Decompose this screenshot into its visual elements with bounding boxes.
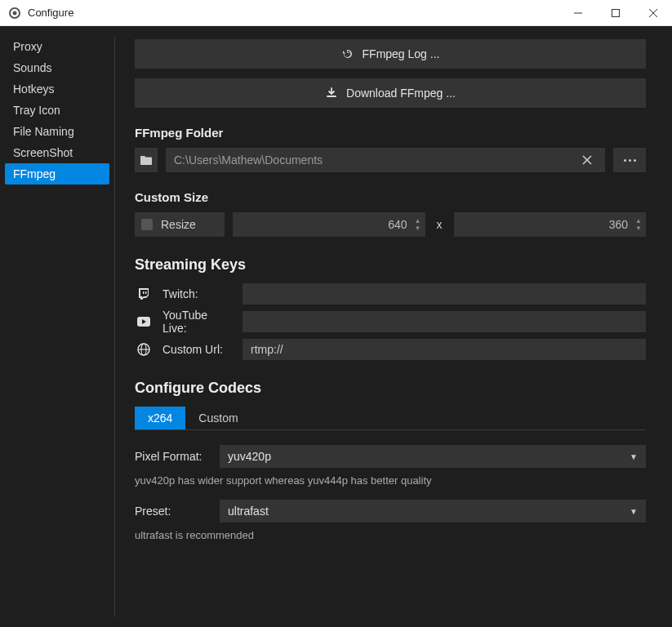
tab-x264[interactable]: x264 bbox=[135, 407, 185, 429]
width-down[interactable]: ▼ bbox=[414, 225, 422, 232]
codec-tabs: x264 Custom bbox=[135, 407, 646, 430]
download-icon bbox=[325, 87, 338, 100]
custom-url-input[interactable] bbox=[243, 339, 646, 360]
youtube-label: YouTube Live: bbox=[162, 309, 233, 335]
svg-point-1 bbox=[13, 11, 17, 15]
folder-path-text: C:\Users\Mathew\Documents bbox=[174, 153, 323, 167]
pixel-format-value: yuv420p bbox=[228, 450, 271, 463]
svg-rect-3 bbox=[612, 9, 620, 16]
minimize-button[interactable] bbox=[559, 0, 597, 25]
tab-custom[interactable]: Custom bbox=[185, 407, 251, 429]
folder-path-input[interactable]: C:\Users\Mathew\Documents bbox=[166, 148, 605, 172]
content: FFmpeg Log ... Download FFmpeg ... FFmpe… bbox=[115, 26, 672, 627]
width-input[interactable]: 640 ▲ ▼ bbox=[233, 212, 425, 237]
globe-icon bbox=[135, 342, 153, 357]
window-buttons bbox=[559, 0, 672, 25]
preset-value: ultrafast bbox=[228, 505, 269, 518]
clear-path-button[interactable] bbox=[577, 155, 597, 165]
ffmpeg-log-label: FFmpeg Log ... bbox=[363, 47, 440, 60]
height-up[interactable]: ▲ bbox=[634, 218, 643, 225]
pixel-format-select[interactable]: yuv420p ▼ bbox=[220, 445, 646, 468]
width-value: 640 bbox=[241, 218, 414, 231]
custom-size-heading: Custom Size bbox=[135, 190, 646, 204]
ffmpeg-log-button[interactable]: FFmpeg Log ... bbox=[135, 39, 646, 69]
dots-icon bbox=[624, 159, 626, 162]
size-separator: x bbox=[434, 218, 446, 231]
twitch-label: Twitch: bbox=[162, 287, 233, 300]
browse-folder-button[interactable] bbox=[613, 148, 646, 172]
sidebar-item-sounds[interactable]: Sounds bbox=[5, 57, 109, 78]
resize-checkbox[interactable] bbox=[141, 219, 153, 230]
download-ffmpeg-label: Download FFmpeg ... bbox=[346, 87, 456, 100]
preset-select[interactable]: ultrafast ▼ bbox=[220, 500, 646, 522]
sidebar-item-proxy[interactable]: Proxy bbox=[5, 36, 109, 57]
window-title: Configure bbox=[28, 7, 559, 19]
twitch-icon bbox=[135, 287, 153, 301]
maximize-button[interactable] bbox=[597, 0, 634, 25]
close-button[interactable] bbox=[634, 0, 672, 25]
pixel-format-helper: yuv420p has wider support whereas yuv444… bbox=[135, 474, 646, 487]
app-icon bbox=[8, 7, 21, 20]
sidebar-item-hotkeys[interactable]: Hotkeys bbox=[5, 78, 109, 100]
streaming-keys-heading: Streaming Keys bbox=[135, 256, 646, 273]
twitch-key-input[interactable] bbox=[243, 283, 646, 305]
chevron-down-icon: ▼ bbox=[630, 452, 638, 461]
custom-url-label: Custom Url: bbox=[162, 343, 233, 356]
width-up[interactable]: ▲ bbox=[414, 218, 422, 225]
resize-label: Resize bbox=[161, 218, 196, 231]
youtube-key-input[interactable] bbox=[243, 311, 646, 332]
height-value: 360 bbox=[462, 218, 635, 231]
download-ffmpeg-button[interactable]: Download FFmpeg ... bbox=[135, 78, 646, 108]
height-input[interactable]: 360 ▲ ▼ bbox=[454, 212, 647, 237]
titlebar: Configure bbox=[0, 0, 672, 26]
ffmpeg-folder-heading: FFmpeg Folder bbox=[135, 126, 646, 140]
preset-helper: ultrafast is recommended bbox=[135, 529, 646, 541]
svg-line-5 bbox=[649, 9, 657, 17]
sidebar-item-file-naming[interactable]: File Naming bbox=[5, 121, 109, 142]
history-icon bbox=[341, 47, 354, 60]
svg-line-4 bbox=[649, 9, 657, 17]
sidebar-item-screenshot[interactable]: ScreenShot bbox=[5, 142, 109, 163]
pixel-format-label: Pixel Format: bbox=[135, 450, 208, 463]
chevron-down-icon: ▼ bbox=[630, 507, 638, 516]
height-down[interactable]: ▼ bbox=[634, 225, 643, 232]
resize-checkbox-wrap[interactable]: Resize bbox=[135, 212, 225, 237]
preset-label: Preset: bbox=[135, 505, 208, 518]
configure-codecs-heading: Configure Codecs bbox=[135, 380, 646, 397]
sidebar-item-tray-icon[interactable]: Tray Icon bbox=[5, 100, 109, 121]
sidebar: Proxy Sounds Hotkeys Tray Icon File Nami… bbox=[0, 26, 114, 627]
sidebar-item-ffmpeg[interactable]: FFmpeg bbox=[5, 163, 109, 185]
youtube-icon bbox=[135, 316, 153, 327]
folder-icon bbox=[140, 154, 153, 166]
refresh-folder-button[interactable] bbox=[135, 148, 158, 172]
